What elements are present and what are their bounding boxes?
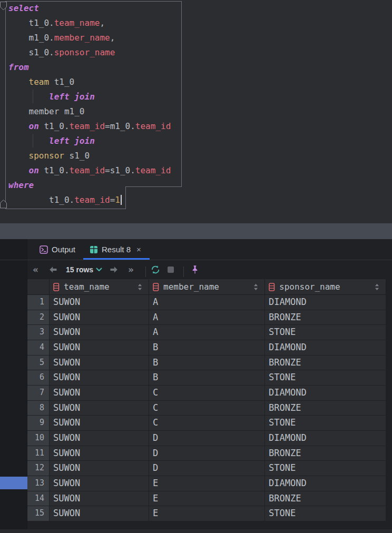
row-number[interactable]: 3	[27, 325, 50, 340]
table-cell[interactable]: STONE	[265, 416, 386, 431]
row-number[interactable]: 10	[27, 431, 50, 446]
table-cell[interactable]: SUWON	[50, 416, 149, 431]
code-line[interactable]: member m1_0	[8, 104, 171, 119]
last-page-button[interactable]: »	[128, 260, 134, 279]
row-number[interactable]: 1	[27, 295, 50, 310]
table-cell[interactable]: B	[149, 370, 265, 386]
column-header-team-name[interactable]: team_name	[50, 279, 149, 295]
table-cell[interactable]: SUWON	[50, 431, 149, 446]
table-cell[interactable]: SUWON	[50, 370, 149, 386]
code-line[interactable]: sponsor s1_0	[8, 149, 171, 163]
chevron-down-icon[interactable]	[96, 260, 102, 279]
table-cell[interactable]: BRONZE	[265, 401, 386, 416]
tab-result[interactable]: Result 8 ×	[83, 239, 150, 260]
row-number[interactable]: 12	[27, 461, 50, 476]
table-cell[interactable]: A	[149, 295, 265, 310]
table-cell[interactable]: SUWON	[50, 356, 149, 371]
table-cell[interactable]: SUWON	[50, 506, 149, 521]
row-number[interactable]: 7	[27, 386, 50, 401]
table-row: 8SUWONCBRONZE	[27, 401, 386, 416]
table-cell[interactable]: BRONZE	[265, 446, 386, 461]
row-number[interactable]: 4	[27, 340, 50, 356]
table-cell[interactable]: E	[149, 491, 265, 507]
row-number[interactable]: 5	[27, 356, 50, 371]
column-header-sponsor-name[interactable]: sponsor_name	[265, 279, 386, 295]
table-cell[interactable]: A	[149, 310, 265, 325]
table-cell[interactable]: DIAMOND	[265, 431, 386, 446]
row-number[interactable]: 6	[27, 370, 50, 386]
table-cell[interactable]: B	[149, 356, 265, 371]
sql-editor[interactable]: select t1_0.team_name, m1_0.member_name,…	[0, 0, 392, 223]
sort-icon[interactable]	[138, 283, 142, 291]
row-number[interactable]: 13	[27, 476, 50, 491]
code-line[interactable]: left join	[8, 134, 171, 149]
page-size-selector[interactable]: 15 rows	[66, 260, 93, 279]
rail-scroll-marker[interactable]	[0, 477, 27, 489]
row-number[interactable]: 11	[27, 446, 50, 461]
table-cell[interactable]: E	[149, 476, 265, 491]
table-cell[interactable]: SUWON	[50, 310, 149, 325]
stop-button[interactable]	[168, 260, 174, 279]
column-header-member-name[interactable]: member_name	[149, 279, 265, 295]
table-cell[interactable]: D	[149, 446, 265, 461]
table-cell[interactable]: D	[149, 461, 265, 476]
grid-corner-cell[interactable]	[27, 279, 50, 295]
table-cell[interactable]: SUWON	[50, 325, 149, 340]
code-line[interactable]: team t1_0	[8, 75, 171, 90]
table-cell[interactable]: STONE	[265, 370, 386, 386]
table-cell[interactable]: BRONZE	[265, 310, 386, 325]
table-cell[interactable]: SUWON	[50, 295, 149, 310]
table-cell[interactable]: DIAMOND	[265, 340, 386, 356]
tab-output[interactable]: Output	[40, 239, 75, 260]
code-line[interactable]: left join	[8, 90, 171, 104]
table-cell[interactable]: C	[149, 401, 265, 416]
sort-icon[interactable]	[253, 283, 258, 291]
table-cell[interactable]: SUWON	[50, 386, 149, 401]
row-number[interactable]: 2	[27, 310, 50, 325]
table-cell[interactable]: SUWON	[50, 476, 149, 491]
code-line[interactable]: m1_0.member_name,	[8, 31, 171, 45]
first-page-button[interactable]: «	[33, 260, 38, 279]
splitter-bar[interactable]	[0, 223, 392, 239]
code-line[interactable]: where	[8, 178, 171, 193]
table-cell[interactable]: A	[149, 325, 265, 340]
refresh-button[interactable]	[151, 260, 160, 279]
table-cell[interactable]: D	[149, 431, 265, 446]
table-cell[interactable]: SUWON	[50, 446, 149, 461]
sort-icon[interactable]	[375, 283, 379, 291]
sql-code[interactable]: select t1_0.team_name, m1_0.member_name,…	[8, 1, 171, 208]
table-cell[interactable]: C	[149, 386, 265, 401]
table-cell[interactable]: SUWON	[50, 401, 149, 416]
code-segment: =s1_0.	[105, 165, 135, 175]
table-cell[interactable]: DIAMOND	[265, 476, 386, 491]
code-line[interactable]: t1_0.team_id=1	[8, 193, 171, 208]
row-number[interactable]: 15	[27, 506, 50, 521]
table-cell[interactable]: STONE	[265, 461, 386, 476]
row-number[interactable]: 9	[27, 416, 50, 431]
close-icon[interactable]: ×	[136, 245, 141, 254]
table-cell[interactable]: STONE	[265, 325, 386, 340]
table-cell[interactable]: C	[149, 416, 265, 431]
table-cell[interactable]: B	[149, 340, 265, 356]
table-cell[interactable]: BRONZE	[265, 491, 386, 507]
pin-tab-button[interactable]	[191, 260, 199, 279]
previous-page-button[interactable]	[49, 260, 57, 279]
row-number[interactable]: 14	[27, 491, 50, 507]
table-row: 7SUWONCDIAMOND	[27, 386, 386, 401]
table-cell[interactable]: BRONZE	[265, 356, 386, 371]
table-cell[interactable]: SUWON	[50, 461, 149, 476]
row-number[interactable]: 8	[27, 401, 50, 416]
table-cell[interactable]: SUWON	[50, 491, 149, 507]
code-line[interactable]: on t1_0.team_id=m1_0.team_id	[8, 119, 171, 134]
table-cell[interactable]: DIAMOND	[265, 386, 386, 401]
code-line[interactable]: select	[8, 1, 171, 16]
code-line[interactable]: s1_0.sponsor_name	[8, 45, 171, 60]
table-cell[interactable]: DIAMOND	[265, 295, 386, 310]
code-line[interactable]: from	[8, 60, 171, 75]
table-cell[interactable]: SUWON	[50, 340, 149, 356]
table-cell[interactable]: E	[149, 506, 265, 521]
next-page-button[interactable]	[110, 260, 118, 279]
table-cell[interactable]: STONE	[265, 506, 386, 521]
code-line[interactable]: on t1_0.team_id=s1_0.team_id	[8, 163, 171, 178]
code-line[interactable]: t1_0.team_name,	[8, 16, 171, 31]
